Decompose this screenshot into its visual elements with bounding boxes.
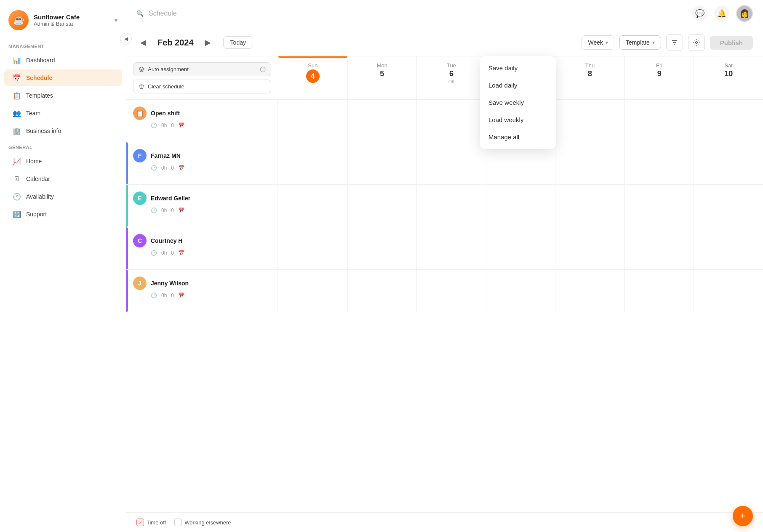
schedule-cell[interactable] (278, 270, 347, 312)
schedule-cell[interactable] (624, 270, 694, 312)
schedule-cell[interactable] (555, 100, 624, 142)
sidebar-logo[interactable]: ☕ Sunflower Cafe Admin & Barista ▾ (0, 7, 126, 39)
sidebar-item-calendar[interactable]: 🗓 Calendar (4, 170, 122, 187)
schedule-cell[interactable] (416, 270, 486, 312)
avatar: E (133, 192, 147, 205)
person-shifts: 0 (171, 250, 174, 256)
template-load-daily-item[interactable]: Load daily (480, 77, 556, 94)
table-row: C Courtney H 🕐 0h 0 📅 (126, 227, 763, 270)
day-header-tue: Tue 6 Off (416, 56, 486, 99)
person-hours: 0h (161, 250, 167, 256)
person-role-indicator (126, 142, 128, 184)
schedule-cell[interactable] (694, 100, 763, 142)
sidebar-item-support[interactable]: 🔢 Support (4, 206, 122, 223)
schedule-cell[interactable] (694, 142, 763, 184)
schedule-cell[interactable] (555, 227, 624, 269)
schedule-cell[interactable] (624, 185, 694, 227)
schedule-cell[interactable] (347, 142, 417, 184)
auto-assignment-button[interactable]: Auto assignment (133, 62, 271, 76)
sidebar-item-availability[interactable]: 🕐 Availability (4, 188, 122, 205)
day-name: Mon (377, 62, 387, 69)
schedule-cell[interactable] (416, 142, 486, 184)
schedule-cell[interactable] (694, 227, 763, 269)
sidebar-item-templates[interactable]: 📋 Templates (4, 87, 122, 104)
schedule-cell[interactable] (555, 185, 624, 227)
template-manage-all-item[interactable]: Manage all (480, 128, 556, 146)
schedule-cell[interactable] (694, 185, 763, 227)
schedule-cell[interactable] (555, 142, 624, 184)
calendar-icon: 📅 (178, 207, 184, 213)
schedule-cell[interactable] (278, 100, 347, 142)
schedule-cell[interactable] (624, 142, 694, 184)
chevron-down-icon: ▾ (606, 40, 608, 45)
schedule-cell[interactable] (278, 185, 347, 227)
person-hours: 0h (161, 207, 167, 213)
schedule-cell[interactable] (624, 227, 694, 269)
day-num: 5 (380, 69, 384, 78)
bottom-legend: ✓ Time off Working elsewhere + (126, 512, 763, 532)
logo-icon: ☕ (8, 10, 29, 30)
schedule-cell[interactable] (416, 227, 486, 269)
sidebar-item-label: Schedule (26, 74, 52, 81)
schedule-cell[interactable] (416, 185, 486, 227)
schedule-toolbar: ◀ Feb 2024 ▶ Today Week ▾ Template ▾ Pub… (126, 27, 763, 56)
general-section-label: GENERAL (0, 140, 126, 152)
schedule-cell[interactable] (486, 185, 555, 227)
person-hours: 0h (161, 122, 167, 128)
schedule-cell[interactable] (486, 227, 555, 269)
main-content: 🔍 Schedule 💬 🔔 👩 ◀ Feb 2024 ▶ Today Week… (126, 0, 763, 532)
clock-icon: 🕐 (151, 165, 157, 171)
schedule-cell[interactable] (555, 270, 624, 312)
search-icon: 🔍 (136, 10, 144, 17)
template-save-weekly-item[interactable]: Save weekly (480, 94, 556, 111)
week-dropdown-button[interactable]: Week ▾ (582, 35, 614, 50)
off-label: Off (448, 79, 454, 84)
person-shifts: 0 (171, 207, 174, 213)
person-name: Farnaz MN (151, 152, 181, 159)
avatar: F (133, 149, 147, 162)
person-hours: 0h (161, 293, 167, 298)
time-off-icon: ✓ (136, 519, 144, 526)
sidebar-item-home[interactable]: 📈 Home (4, 153, 122, 170)
clear-schedule-button[interactable]: Clear schedule (133, 80, 271, 93)
user-avatar-button[interactable]: 👩 (736, 5, 753, 22)
next-week-button[interactable]: ▶ (201, 36, 215, 49)
schedule-cell[interactable] (347, 100, 417, 142)
person-role-indicator (126, 227, 128, 269)
sidebar-item-schedule[interactable]: 📅 Schedule (4, 69, 122, 86)
person-info: 📋 Open shift 🕐 0h 0 📅 (126, 100, 278, 142)
schedule-cell[interactable] (347, 270, 417, 312)
schedule-cell[interactable] (624, 100, 694, 142)
schedule-cell[interactable] (486, 270, 555, 312)
person-info: J Jenny Wilson 🕐 0h 0 📅 (126, 270, 278, 312)
filter-button[interactable] (666, 34, 683, 51)
schedule-cell[interactable] (416, 100, 486, 142)
today-button[interactable]: Today (223, 36, 253, 49)
messages-icon-button[interactable]: 💬 (692, 6, 707, 21)
top-bar-icons: 💬 🔔 👩 (692, 5, 753, 22)
schedule-cell[interactable] (278, 142, 347, 184)
schedule-cell[interactable] (347, 227, 417, 269)
schedule-cell[interactable] (278, 227, 347, 269)
sidebar-item-dashboard[interactable]: 📊 Dashboard (4, 52, 122, 69)
schedule-cell[interactable] (347, 185, 417, 227)
sidebar-collapse-button[interactable]: ◀ (120, 33, 132, 45)
settings-button[interactable] (688, 34, 705, 51)
working-elsewhere-icon (174, 519, 182, 526)
clock-icon: 🕐 (151, 250, 157, 256)
prev-week-button[interactable]: ◀ (136, 36, 150, 49)
sidebar-item-team[interactable]: 👥 Team (4, 105, 122, 122)
template-load-weekly-item[interactable]: Load weekly (480, 111, 556, 128)
fab-add-button[interactable]: + (733, 506, 753, 526)
avatar: 📋 (133, 106, 147, 120)
clock-icon: 🕐 (151, 207, 157, 213)
template-save-daily-item[interactable]: Save daily (480, 59, 556, 77)
schedule-cell[interactable] (694, 270, 763, 312)
person-role-indicator (126, 270, 128, 312)
sidebar: ☕ Sunflower Cafe Admin & Barista ▾ ◀ MAN… (0, 0, 126, 532)
sidebar-item-business[interactable]: 🏢 Business info (4, 122, 122, 139)
working-elsewhere-label: Working elsewhere (184, 519, 231, 526)
template-dropdown-button[interactable]: Template ▾ (619, 35, 661, 50)
notifications-icon-button[interactable]: 🔔 (714, 6, 729, 21)
publish-button[interactable]: Publish (710, 36, 753, 50)
